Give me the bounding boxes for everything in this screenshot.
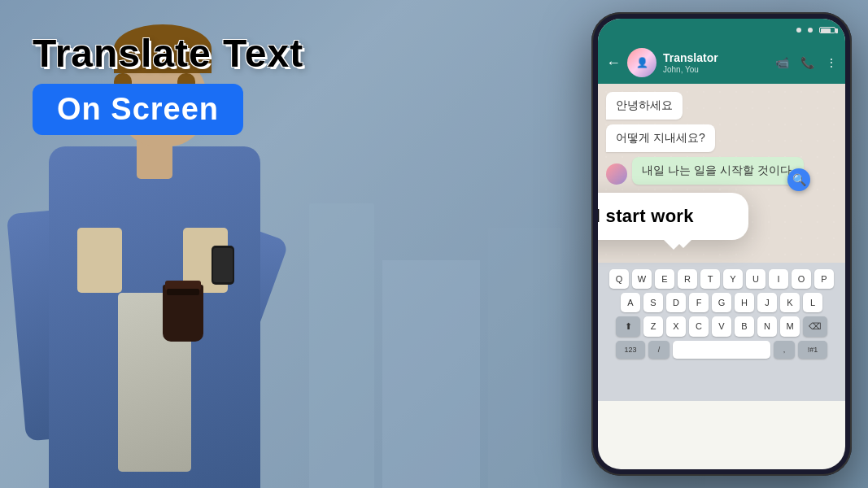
key-z[interactable]: Z xyxy=(643,316,663,337)
key-i[interactable]: I xyxy=(769,269,788,289)
header-action-icons: 📹 📞 ⋮ xyxy=(775,56,837,69)
key-y[interactable]: Y xyxy=(723,269,743,289)
chat-messages-area: 안녕하세요 어떻게 지내세요? 내일 나는 일을 시작할 것이다. 🔍 Tomo… xyxy=(598,84,845,263)
key-k[interactable]: K xyxy=(780,293,800,312)
key-d[interactable]: D xyxy=(666,293,686,312)
message-3: 내일 나는 일을 시작할 것이다. 🔍 xyxy=(632,157,804,185)
key-g[interactable]: G xyxy=(712,293,731,312)
key-shift[interactable]: ⬆ xyxy=(616,316,640,337)
sender-avatar xyxy=(606,163,627,185)
key-special-chars[interactable]: !#1 xyxy=(798,341,827,359)
key-w[interactable]: W xyxy=(632,269,652,289)
voice-call-icon[interactable]: 📞 xyxy=(800,56,814,69)
translated-text: Tomorrow I will start work xyxy=(598,206,694,226)
back-button[interactable]: ← xyxy=(606,54,621,72)
key-c[interactable]: C xyxy=(689,316,709,337)
message-3-container: 내일 나는 일을 시작할 것이다. 🔍 xyxy=(606,157,837,185)
key-j[interactable]: J xyxy=(757,293,777,312)
key-l[interactable]: L xyxy=(803,293,822,312)
video-call-icon[interactable]: 📹 xyxy=(775,56,789,69)
status-bar xyxy=(598,19,845,41)
keyboard: Q W E R T Y U I O P A S D F G H J K xyxy=(598,263,845,401)
key-u[interactable]: U xyxy=(746,269,765,289)
message-1: 안녕하세요 xyxy=(606,92,683,120)
key-r[interactable]: R xyxy=(678,269,697,289)
key-t[interactable]: T xyxy=(700,269,720,289)
wifi-indicator xyxy=(808,28,813,33)
chat-header: ← 👤 Translator John, You 📹 📞 ⋮ xyxy=(598,41,845,84)
keyboard-row-4: 123 / , !#1 xyxy=(601,341,842,359)
contact-info: Translator John, You xyxy=(663,51,769,74)
key-backspace[interactable]: ⌫ xyxy=(803,316,827,337)
battery-indicator xyxy=(819,27,835,33)
key-a[interactable]: A xyxy=(621,293,640,312)
key-b[interactable]: B xyxy=(735,316,754,337)
tooltip-arrow xyxy=(675,240,691,248)
translation-tooltip: Tomorrow I will start work xyxy=(598,193,748,240)
key-q[interactable]: Q xyxy=(609,269,629,289)
keyboard-row-2: A S D F G H J K L xyxy=(601,293,842,312)
more-options-icon[interactable]: ⋮ xyxy=(826,56,837,69)
keyboard-row-3: ⬆ Z X C V B N M ⌫ xyxy=(601,316,842,337)
contact-subtitle: John, You xyxy=(663,65,769,74)
key-slash[interactable]: / xyxy=(648,341,670,359)
key-v[interactable]: V xyxy=(712,316,731,337)
key-n[interactable]: N xyxy=(757,316,777,337)
key-comma[interactable]: , xyxy=(774,341,795,359)
key-m[interactable]: M xyxy=(780,316,800,337)
keyboard-row-1: Q W E R T Y U I O P xyxy=(601,269,842,289)
contact-name: Translator xyxy=(663,51,769,65)
message-2: 어떻게 지내세요? xyxy=(606,124,715,152)
translate-trigger-icon[interactable]: 🔍 xyxy=(787,168,810,191)
key-numbers[interactable]: 123 xyxy=(616,341,645,359)
on-screen-badge: On Screen xyxy=(33,84,243,135)
left-text-section: Translate Text On Screen xyxy=(33,33,303,135)
key-s[interactable]: S xyxy=(643,293,663,312)
key-x[interactable]: X xyxy=(666,316,686,337)
headline: Translate Text xyxy=(33,33,303,76)
contact-avatar: 👤 xyxy=(627,48,656,77)
phone-screen: ← 👤 Translator John, You 📹 📞 ⋮ 안녕하세요 어떻게… xyxy=(598,19,845,469)
phone-mockup: ← 👤 Translator John, You 📹 📞 ⋮ 안녕하세요 어떻게… xyxy=(591,12,852,476)
key-space[interactable] xyxy=(673,341,770,359)
key-h[interactable]: H xyxy=(735,293,754,312)
key-p[interactable]: P xyxy=(814,269,834,289)
key-o[interactable]: O xyxy=(792,269,811,289)
signal-indicator xyxy=(796,28,801,33)
key-f[interactable]: F xyxy=(689,293,709,312)
key-e[interactable]: E xyxy=(655,269,674,289)
